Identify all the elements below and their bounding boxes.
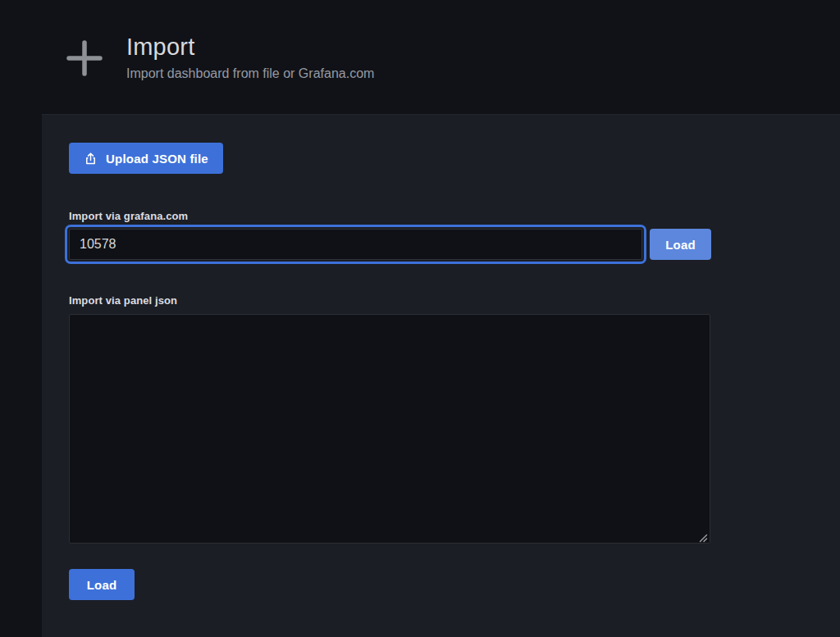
page-header: Import Import dashboard from file or Gra… [0,0,840,114]
panel-json-load-label: Load [87,578,117,592]
page-title: Import [126,34,374,61]
upload-icon [84,152,98,166]
gcom-load-button[interactable]: Load [650,229,711,260]
upload-json-file-button[interactable]: Upload JSON file [69,143,223,174]
panel-json-textarea-wrap [69,314,710,544]
gcom-dashboard-id-input[interactable] [69,229,642,260]
panel-json-field-label: Import via panel json [69,294,840,307]
gcom-input-row: Load [69,229,840,260]
gcom-load-label: Load [665,238,696,252]
resize-handle-icon[interactable] [698,531,708,541]
page-subtitle: Import dashboard from file or Grafana.co… [126,66,374,81]
panel-json-textarea[interactable] [69,314,710,544]
plus-icon [62,36,107,84]
gcom-field-label: Import via grafana.com [69,210,840,222]
import-panel: Upload JSON file Import via grafana.com … [42,114,840,637]
panel-json-load-button[interactable]: Load [69,569,135,600]
upload-button-label: Upload JSON file [106,152,208,166]
